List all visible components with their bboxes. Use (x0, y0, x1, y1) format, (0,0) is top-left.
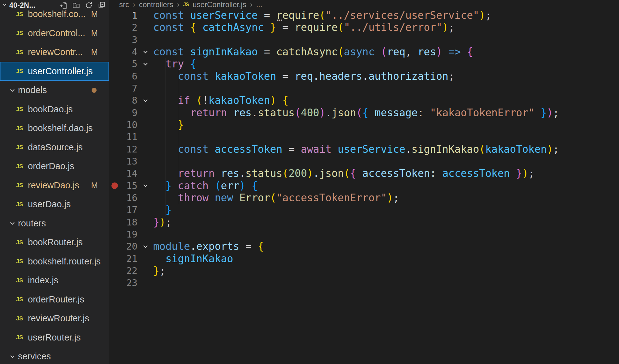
line-number[interactable]: 21 (120, 253, 137, 265)
fold-gutter[interactable] (137, 82, 153, 94)
breakpoint-gutter[interactable] (109, 70, 120, 82)
line-number[interactable]: 14 (120, 167, 137, 179)
collapse-all-icon[interactable] (98, 2, 105, 9)
code-text[interactable]: const accessToken = await userService.si… (153, 143, 619, 155)
tree-item-routers[interactable]: routers (0, 214, 109, 233)
code-text[interactable]: signInKakao (153, 253, 619, 265)
code-text[interactable]: const userService = require("../services… (153, 9, 619, 21)
new-folder-icon[interactable] (72, 2, 80, 9)
line-number[interactable]: 12 (120, 143, 137, 155)
breakpoint-gutter[interactable] (109, 9, 120, 21)
code-text[interactable]: try { (153, 58, 619, 70)
fold-gutter[interactable] (137, 253, 153, 265)
fold-gutter[interactable] (137, 228, 153, 240)
breakpoint-gutter[interactable] (109, 204, 120, 216)
line-number[interactable]: 9 (120, 107, 137, 119)
code-text[interactable] (153, 277, 619, 289)
folder-chevron-icon[interactable] (9, 87, 18, 94)
tree-item-orderrouter-js[interactable]: JSorderRouter.js (0, 290, 109, 309)
line-number[interactable]: 17 (120, 204, 137, 216)
code-text[interactable]: } (153, 204, 619, 216)
fold-gutter[interactable] (137, 107, 153, 119)
breakpoint-gutter[interactable] (109, 34, 120, 46)
code-text[interactable]: const kakaoToken = req.headers.authoriza… (153, 70, 619, 82)
line-number[interactable]: 18 (120, 216, 137, 228)
tree-item-reviewcontr[interactable]: JSreviewContr...M (0, 43, 109, 62)
breakpoint-icon[interactable] (111, 182, 118, 189)
code-text[interactable] (153, 228, 619, 240)
code-area[interactable]: 1const userService = require("../service… (109, 9, 619, 289)
code-text[interactable] (153, 34, 619, 46)
folder-chevron-icon[interactable] (9, 353, 18, 360)
code-text[interactable]: return res.status(400).json({ message: "… (153, 107, 619, 119)
line-number[interactable]: 2 (120, 21, 137, 33)
breakpoint-gutter[interactable] (109, 21, 120, 33)
fold-gutter[interactable] (137, 265, 153, 277)
breadcrumb-item-usercontroller-js[interactable]: userController.js (193, 0, 246, 9)
breakpoint-gutter[interactable] (109, 119, 120, 131)
code-text[interactable] (153, 82, 619, 94)
line-number[interactable]: 16 (120, 192, 137, 204)
breakpoint-gutter[interactable] (109, 265, 120, 277)
breakpoint-gutter[interactable] (109, 192, 120, 204)
fold-gutter[interactable] (137, 70, 153, 82)
tree-item-index-js[interactable]: JSindex.js (0, 271, 109, 290)
breakpoint-gutter[interactable] (109, 216, 120, 228)
code-text[interactable]: if (!kakaoToken) { (153, 94, 619, 106)
refresh-icon[interactable] (85, 2, 93, 9)
tree-item-orderdao-js[interactable]: JSorderDao.js (0, 157, 109, 176)
code-text[interactable] (153, 155, 619, 167)
fold-gutter[interactable] (137, 167, 153, 179)
tree-item-userdao-js[interactable]: JSuserDao.js (0, 195, 109, 214)
fold-chevron-icon[interactable] (137, 180, 153, 192)
file-tree-scroll[interactable]: JSbookshelf.co...MJSorderControl...MJSre… (0, 11, 109, 364)
fold-gutter[interactable] (137, 119, 153, 131)
tree-item-datasource-js[interactable]: JSdataSource.js (0, 138, 109, 157)
code-text[interactable]: }; (153, 265, 619, 277)
line-number[interactable]: 19 (120, 228, 137, 240)
tree-item-usercontroller-js[interactable]: JSuserController.js (0, 62, 109, 81)
line-number[interactable]: 7 (120, 82, 137, 94)
code-text[interactable]: const signInKakao = catchAsync(async (re… (153, 46, 619, 58)
breakpoint-gutter[interactable] (109, 167, 120, 179)
fold-gutter[interactable] (137, 204, 153, 216)
breadcrumb-item-src[interactable]: src (119, 0, 129, 9)
tree-item-bookrouter-js[interactable]: JSbookRouter.js (0, 233, 109, 252)
breakpoint-gutter[interactable] (109, 155, 120, 167)
code-text[interactable]: } catch (err) { (153, 180, 619, 192)
line-number[interactable]: 6 (120, 70, 137, 82)
line-number[interactable]: 22 (120, 265, 137, 277)
breakpoint-gutter[interactable] (109, 240, 120, 252)
fold-gutter[interactable] (137, 143, 153, 155)
code-text[interactable] (153, 131, 619, 143)
line-number[interactable]: 11 (120, 131, 137, 143)
tree-item-models[interactable]: models (0, 81, 109, 100)
line-number[interactable]: 1 (120, 9, 137, 21)
line-number[interactable]: 4 (120, 46, 137, 58)
code-text[interactable]: return res.status(200).json({ accessToke… (153, 167, 619, 179)
tree-item-bookdao-js[interactable]: JSbookDao.js (0, 100, 109, 119)
code-text[interactable]: throw new Error("accessTokenError"); (153, 192, 619, 204)
fold-gutter[interactable] (137, 9, 153, 21)
tree-item-bookshelf-co[interactable]: JSbookshelf.co...M (0, 11, 109, 24)
code-text[interactable]: } (153, 119, 619, 131)
fold-gutter[interactable] (137, 131, 153, 143)
tree-item-userrouter-js[interactable]: JSuserRouter.js (0, 328, 109, 347)
tree-item-services[interactable]: services (0, 347, 109, 364)
fold-chevron-icon[interactable] (137, 46, 153, 58)
code-text[interactable]: const { catchAsync } = require("../utils… (153, 21, 619, 33)
fold-chevron-icon[interactable] (137, 58, 153, 70)
fold-gutter[interactable] (137, 192, 153, 204)
new-file-icon[interactable] (60, 2, 67, 9)
line-number[interactable]: 10 (120, 119, 137, 131)
fold-gutter[interactable] (137, 34, 153, 46)
breakpoint-gutter[interactable] (109, 58, 120, 70)
fold-gutter[interactable] (137, 155, 153, 167)
tree-item-ordercontrol[interactable]: JSorderControl...M (0, 24, 109, 43)
line-number[interactable]: 15 (120, 180, 137, 192)
line-number[interactable]: 13 (120, 155, 137, 167)
code-text[interactable]: module.exports = { (153, 240, 619, 252)
breadcrumb-item-[interactable]: ... (256, 0, 262, 9)
fold-gutter[interactable] (137, 216, 153, 228)
explorer-section-header[interactable]: 40-2N... (0, 0, 109, 11)
